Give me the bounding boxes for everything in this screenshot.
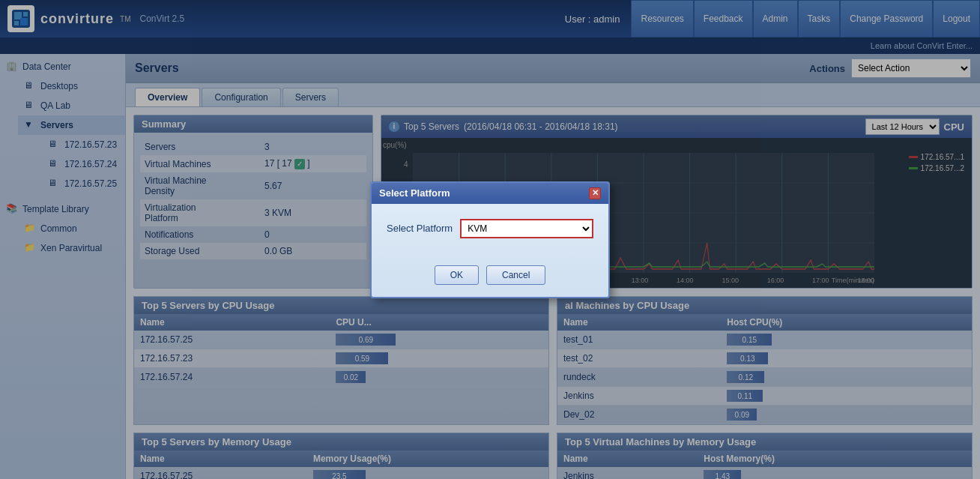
modal-platform-label: Select Platform xyxy=(387,223,453,234)
modal-cancel-button[interactable]: Cancel xyxy=(486,265,545,285)
modal-body: Select Platform KVM Xen VMware xyxy=(372,204,608,265)
select-platform-modal: Select Platform ✕ Select Platform KVM Xe… xyxy=(370,181,610,298)
modal-overlay: Select Platform ✕ Select Platform KVM Xe… xyxy=(0,0,980,479)
modal-close-button[interactable]: ✕ xyxy=(589,187,601,199)
modal-footer: OK Cancel xyxy=(372,265,608,297)
modal-title: Select Platform xyxy=(379,187,450,199)
modal-platform-select[interactable]: KVM Xen VMware xyxy=(460,219,593,238)
modal-platform-row: Select Platform KVM Xen VMware xyxy=(387,219,593,238)
modal-ok-button[interactable]: OK xyxy=(435,265,479,285)
modal-header: Select Platform ✕ xyxy=(372,183,608,204)
